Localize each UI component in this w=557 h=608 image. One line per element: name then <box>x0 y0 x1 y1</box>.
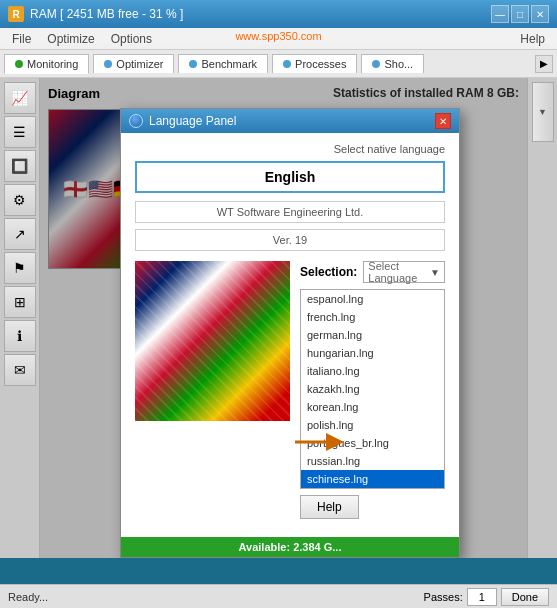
modal-help-section: Help <box>300 495 359 519</box>
language-dropdown-list[interactable]: espanol.lng french.lng german.lng hungar… <box>300 289 445 489</box>
language-select[interactable]: Select Language ▼ <box>363 261 445 283</box>
available-bar: Available: 2.384 G... <box>121 537 459 557</box>
lang-espanol[interactable]: espanol.lng <box>301 290 444 308</box>
modal-title-text: Language Panel <box>149 114 236 128</box>
app-icon: R <box>8 6 24 22</box>
tab-dot-monitoring <box>15 60 23 68</box>
selection-row: Selection: Select Language ▼ <box>300 261 445 283</box>
company-label: WT Software Engineering Ltd. <box>135 201 445 223</box>
tab-optimizer[interactable]: Optimizer <box>93 54 174 73</box>
sidebar-btn-arrow[interactable]: ↗ <box>4 218 36 250</box>
content-panel: Diagram Statistics of installed RAM 8 GB… <box>40 78 527 558</box>
sidebar-btn-list[interactable]: ☰ <box>4 116 36 148</box>
sidebar-btn-chip[interactable]: 🔲 <box>4 150 36 182</box>
lang-german[interactable]: german.lng <box>301 326 444 344</box>
lang-french[interactable]: french.lng <box>301 308 444 326</box>
window-controls: — □ ✕ <box>491 5 549 23</box>
sidebar-btn-mail[interactable]: ✉ <box>4 354 36 386</box>
language-panel-modal: Language Panel ✕ Select native language … <box>120 108 460 558</box>
select-placeholder: Select Language <box>368 260 430 284</box>
tab-dot-sho <box>372 60 380 68</box>
close-button[interactable]: ✕ <box>531 5 549 23</box>
modal-icon <box>129 114 143 128</box>
tab-bar: Monitoring Optimizer Benchmark Processes… <box>0 50 557 78</box>
modal-right-panel: Selection: Select Language ▼ espanol.lng… <box>300 261 445 519</box>
tab-benchmark[interactable]: Benchmark <box>178 54 268 73</box>
native-language-label: Select native language <box>135 143 445 155</box>
tab-dot-benchmark <box>189 60 197 68</box>
modal-flags-image <box>135 261 290 421</box>
lang-hungarian[interactable]: hungarian.lng <box>301 344 444 362</box>
sidebar-btn-graph[interactable]: 📈 <box>4 82 36 114</box>
lang-korean[interactable]: korean.lng <box>301 398 444 416</box>
tab-monitoring[interactable]: Monitoring <box>4 54 89 74</box>
modal-close-button[interactable]: ✕ <box>435 113 451 129</box>
arrow-svg <box>295 430 345 455</box>
done-button[interactable]: Done <box>501 588 549 606</box>
tab-sho[interactable]: Sho... <box>361 54 424 73</box>
modal-flags-section: Selection: Select Language ▼ espanol.lng… <box>135 261 445 519</box>
right-panel: ▼ <box>527 78 557 558</box>
minimize-button[interactable]: — <box>491 5 509 23</box>
tab-dot-optimizer <box>104 60 112 68</box>
passes-input[interactable] <box>467 588 497 606</box>
modal-body: Select native language English WT Softwa… <box>121 133 459 537</box>
version-label: Ver. 19 <box>135 229 445 251</box>
lang-serbian[interactable]: serbian.lng <box>301 488 444 489</box>
ready-status: Ready... <box>8 591 48 603</box>
passes-label: Passes: <box>424 591 463 603</box>
sidebar-btn-gear[interactable]: ⚙ <box>4 184 36 216</box>
tab-scroll-right[interactable]: ▶ <box>535 55 553 73</box>
title-bar: R RAM [ 2451 MB free - 31 % ] — □ ✕ <box>0 0 557 28</box>
watermark: www.spp350.com <box>0 28 557 44</box>
passes-section: Passes: Done <box>424 588 549 606</box>
maximize-button[interactable]: □ <box>511 5 529 23</box>
sidebar-btn-flag[interactable]: ⚑ <box>4 252 36 284</box>
lang-kazakh[interactable]: kazakh.lng <box>301 380 444 398</box>
right-scroll-btn[interactable]: ▼ <box>532 82 554 142</box>
modal-titlebar: Language Panel ✕ <box>121 109 459 133</box>
window-title: RAM [ 2451 MB free - 31 % ] <box>30 7 183 21</box>
status-bar: Ready... Passes: Done <box>0 584 557 608</box>
selected-language-display: English <box>135 161 445 193</box>
tab-processes[interactable]: Processes <box>272 54 357 73</box>
arrow-indicator <box>295 430 345 458</box>
tab-dot-processes <box>283 60 291 68</box>
sidebar-btn-settings2[interactable]: ⊞ <box>4 286 36 318</box>
select-arrow-icon: ▼ <box>430 267 440 278</box>
sidebar-btn-info[interactable]: ℹ <box>4 320 36 352</box>
help-button[interactable]: Help <box>300 495 359 519</box>
selection-label: Selection: <box>300 265 357 279</box>
sidebar: 📈 ☰ 🔲 ⚙ ↗ ⚑ ⊞ ℹ ✉ <box>0 78 40 558</box>
lang-italiano[interactable]: italiano.lng <box>301 362 444 380</box>
lang-schinese[interactable]: schinese.lng <box>301 470 444 488</box>
